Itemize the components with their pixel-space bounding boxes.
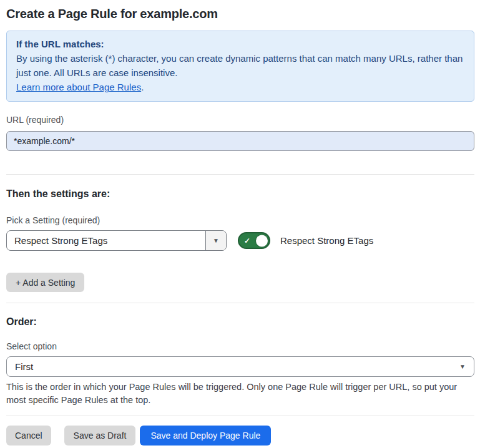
link-suffix: . [141,82,144,92]
pick-setting-label: Pick a Setting (required) [6,215,474,226]
toggle-knob [256,235,268,246]
learn-more-link[interactable]: Learn more about Page Rules [16,82,141,92]
chevron-down-icon: ▼ [213,237,219,244]
setting-row: Respect Strong ETags ▼ ✓ Respect Strong … [6,230,474,251]
chevron-down-icon: ▼ [459,363,466,370]
add-setting-button[interactable]: + Add a Setting [6,273,84,292]
setting-select[interactable]: Respect Strong ETags ▼ [6,230,227,251]
setting-toggle[interactable]: ✓ [238,232,270,249]
check-icon: ✓ [244,237,250,245]
order-select[interactable]: First ▼ [6,356,474,377]
divider [6,174,474,175]
page-title: Create a Page Rule for example.com [6,6,474,21]
order-section-heading: Order: [6,316,474,328]
setting-select-arrow-button[interactable]: ▼ [205,231,226,250]
setting-select-value: Respect Strong ETags [7,231,205,250]
save-draft-button[interactable]: Save as Draft [64,426,136,446]
order-select-value: First [15,361,33,372]
url-input[interactable] [6,131,474,151]
info-box-link-line: Learn more about Page Rules. [16,80,464,94]
info-box-heading: If the URL matches: [16,37,464,51]
order-select-label: Select option [6,341,474,352]
cancel-button[interactable]: Cancel [6,426,51,446]
page-rule-form: Create a Page Rule for example.com If th… [0,6,480,446]
url-match-info-box: If the URL matches: By using the asteris… [6,31,474,102]
order-help-text: This is the order in which your Page Rul… [6,381,474,407]
settings-section-heading: Then the settings are: [6,188,474,200]
info-box-body: By using the asterisk (*) character, you… [16,51,464,80]
setting-toggle-label: Respect Strong ETags [280,235,373,246]
url-field-label: URL (required) [6,115,474,125]
divider [6,416,474,416]
footer-actions: Cancel Save as Draft Save and Deploy Pag… [6,426,474,446]
divider [6,303,474,303]
save-deploy-button[interactable]: Save and Deploy Page Rule [140,426,271,446]
